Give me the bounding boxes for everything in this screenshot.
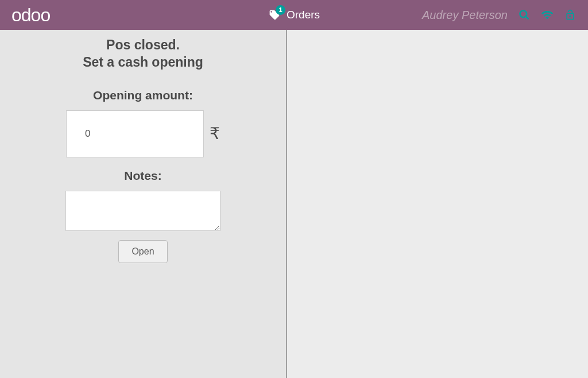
notes-input[interactable] — [65, 191, 220, 231]
orders-badge: 1 — [276, 5, 285, 15]
unlock-icon[interactable] — [564, 9, 577, 21]
pos-status-title: Pos closed. Set a cash opening — [0, 37, 286, 71]
title-line-1: Pos closed. — [106, 37, 180, 52]
amount-row: ₹ — [0, 110, 286, 157]
logo[interactable]: odoo — [11, 5, 50, 26]
title-line-2: Set a cash opening — [83, 55, 203, 70]
notes-label: Notes: — [0, 169, 286, 183]
right-panel — [287, 30, 588, 378]
main: Pos closed. Set a cash opening Opening a… — [0, 30, 588, 378]
right-nav: Audrey Peterson — [422, 9, 577, 22]
logo-text: odoo — [11, 5, 50, 25]
topbar: odoo 1 Orders Audrey Peterson — [0, 0, 588, 30]
currency-symbol: ₹ — [210, 124, 220, 143]
opening-amount-label: Opening amount: — [0, 88, 286, 102]
orders-nav[interactable]: 1 Orders — [268, 9, 320, 21]
svg-point-0 — [520, 11, 527, 18]
search-icon[interactable] — [518, 9, 531, 21]
open-button[interactable]: Open — [118, 240, 167, 263]
orders-label: Orders — [287, 9, 320, 21]
svg-line-1 — [526, 17, 529, 20]
left-panel: Pos closed. Set a cash opening Opening a… — [0, 30, 287, 378]
ticket-icon: 1 — [268, 9, 281, 21]
wifi-icon[interactable] — [541, 9, 554, 21]
username[interactable]: Audrey Peterson — [422, 9, 508, 22]
opening-amount-input[interactable] — [66, 110, 204, 157]
